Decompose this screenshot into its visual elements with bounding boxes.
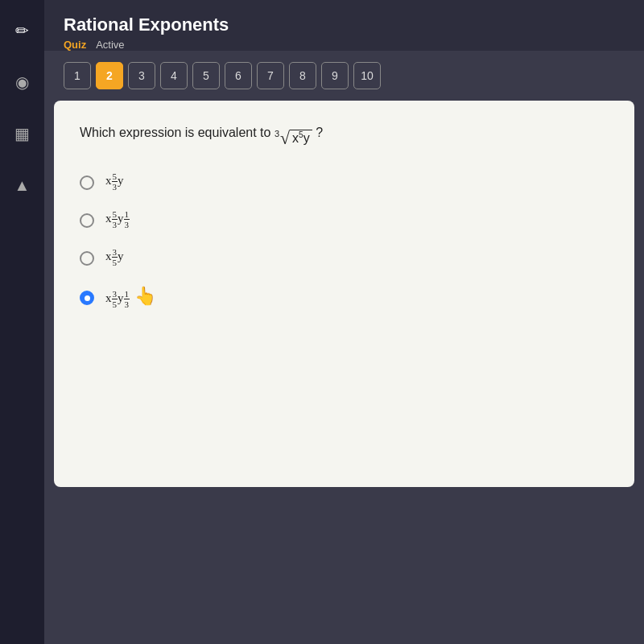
radio-a[interactable] bbox=[80, 175, 94, 190]
question-num-10[interactable]: 10 bbox=[353, 62, 381, 89]
question-panel: Which expression is equivalent to 3√x5y … bbox=[54, 101, 634, 487]
option-d-math: x35y13 👆 bbox=[105, 286, 156, 311]
question-num-5[interactable]: 5 bbox=[192, 62, 220, 89]
headphones-icon[interactable]: ◉ bbox=[8, 68, 37, 97]
radio-b[interactable] bbox=[80, 213, 94, 228]
arrow-up-icon[interactable]: ▲ bbox=[8, 171, 37, 200]
radical-symbol: √ bbox=[280, 130, 290, 147]
question-num-1[interactable]: 1 bbox=[64, 62, 91, 89]
option-a-math: x53y bbox=[105, 171, 124, 193]
radical-content: x5y bbox=[290, 130, 312, 147]
radical-index: 3 bbox=[275, 130, 279, 138]
question-num-9[interactable]: 9 bbox=[321, 62, 349, 89]
question-num-8[interactable]: 8 bbox=[289, 62, 316, 89]
question-num-4[interactable]: 4 bbox=[160, 62, 188, 89]
question-num-6[interactable]: 6 bbox=[225, 62, 252, 89]
page-title: Rational Exponents bbox=[64, 14, 625, 35]
option-d[interactable]: x35y13 👆 bbox=[80, 286, 609, 311]
options-list: x53y x53y13 x35y x35y13 bbox=[80, 171, 609, 311]
option-b[interactable]: x53y13 bbox=[80, 209, 609, 231]
pencil-icon[interactable]: ✏ bbox=[8, 16, 37, 45]
subtitle-row: Quiz Active bbox=[64, 39, 625, 51]
option-a[interactable]: x53y bbox=[80, 171, 609, 193]
question-num-2[interactable]: 2 bbox=[96, 62, 123, 89]
option-c-math: x35y bbox=[105, 247, 124, 269]
question-num-3[interactable]: 3 bbox=[128, 62, 155, 89]
cursor-icon: 👆 bbox=[134, 286, 156, 306]
active-label: Active bbox=[96, 39, 124, 51]
radical-expression: 3√x5y bbox=[275, 130, 312, 147]
header: Rational Exponents Quiz Active bbox=[44, 0, 644, 51]
question-prefix: Which expression is equivalent to bbox=[80, 126, 275, 139]
radio-c[interactable] bbox=[80, 251, 94, 266]
main-content: Rational Exponents Quiz Active 1 2 3 4 5… bbox=[44, 0, 644, 644]
question-numbers: 1 2 3 4 5 6 7 8 9 10 bbox=[44, 62, 644, 101]
quiz-label: Quiz bbox=[64, 39, 86, 51]
option-b-math: x53y13 bbox=[105, 209, 130, 231]
question-suffix: ? bbox=[316, 126, 323, 139]
calculator-icon[interactable]: ▦ bbox=[8, 119, 37, 148]
option-c[interactable]: x35y bbox=[80, 247, 609, 269]
question-num-7[interactable]: 7 bbox=[257, 62, 284, 89]
radio-d[interactable] bbox=[80, 291, 94, 305]
question-text: Which expression is equivalent to 3√x5y … bbox=[80, 123, 609, 147]
sidebar: ✏ ◉ ▦ ▲ bbox=[0, 0, 44, 644]
